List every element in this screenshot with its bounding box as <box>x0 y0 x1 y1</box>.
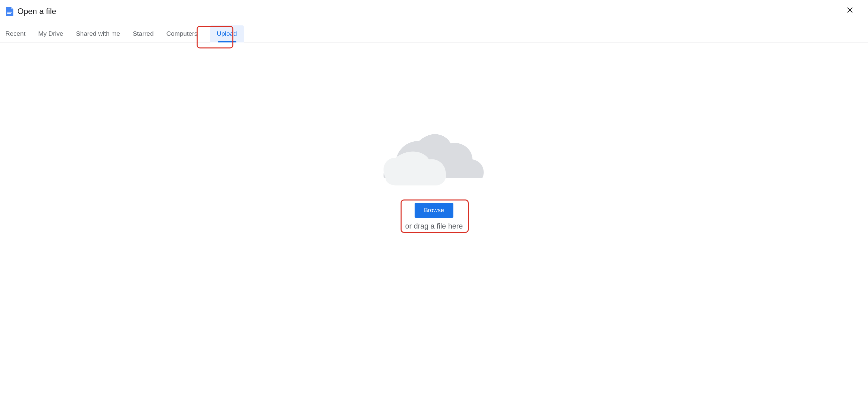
svg-rect-0 <box>7 11 12 11</box>
browse-button[interactable]: Browse <box>414 203 454 218</box>
drag-hint-text: or drag a file here <box>405 222 463 231</box>
dialog-header: Open a file <box>0 0 868 20</box>
tab-bar: Recent My Drive Shared with me Starred C… <box>0 25 868 42</box>
tab-starred[interactable]: Starred <box>133 25 153 42</box>
upload-content: Browse or drag a file here <box>0 42 868 231</box>
close-icon <box>845 5 855 16</box>
tab-my-drive[interactable]: My Drive <box>38 25 63 42</box>
tab-upload[interactable]: Upload <box>210 25 243 42</box>
browse-section: Browse or drag a file here <box>405 203 463 231</box>
dialog-title: Open a file <box>18 7 56 16</box>
close-button[interactable] <box>845 6 855 15</box>
tab-shared-with-me[interactable]: Shared with me <box>76 25 120 42</box>
docs-icon <box>6 7 13 16</box>
svg-rect-1 <box>7 12 12 13</box>
svg-rect-2 <box>7 13 11 14</box>
tab-recent[interactable]: Recent <box>5 25 25 42</box>
tab-computers[interactable]: Computers <box>166 25 197 42</box>
cloud-icon <box>382 129 486 186</box>
